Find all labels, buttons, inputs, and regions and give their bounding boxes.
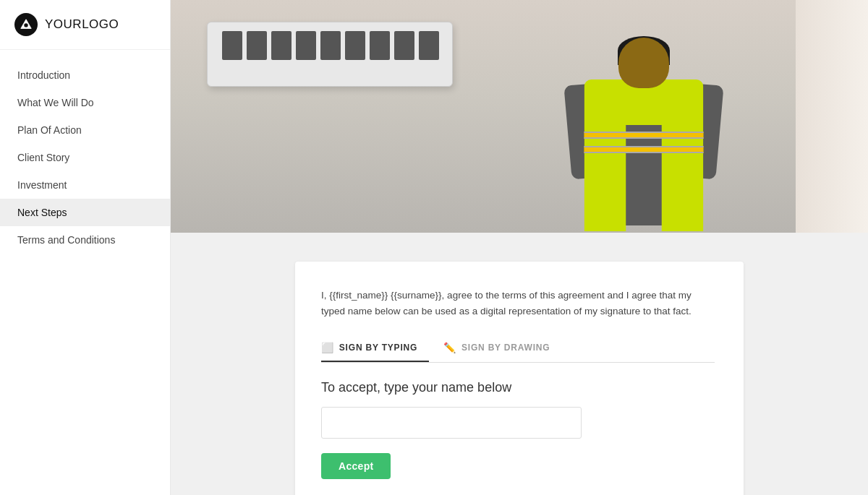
signature-card: I, {{first_name}} {{surname}}, agree to … xyxy=(295,262,744,495)
drawing-icon: ✏️ xyxy=(443,342,456,353)
sidebar: YOURLOGO Introduction What We Will Do Pl… xyxy=(0,0,171,495)
logo-text: YOURLOGO xyxy=(45,17,119,32)
hero-image xyxy=(171,0,868,233)
signature-tabs: ⬜ SIGN BY TYPING ✏️ SIGN BY DRAWING xyxy=(321,336,715,363)
logo-bold: YOUR xyxy=(45,17,82,31)
accept-prompt: To accept, type your name below xyxy=(321,380,715,395)
svg-point-1 xyxy=(24,23,27,27)
typing-icon: ⬜ xyxy=(321,342,334,353)
logo-light: LOGO xyxy=(82,17,119,31)
sidebar-nav: Introduction What We Will Do Plan Of Act… xyxy=(0,50,170,265)
sidebar-item-investment[interactable]: Investment xyxy=(0,171,170,199)
logo-icon xyxy=(14,13,38,36)
content-area: I, {{first_name}} {{surname}}, agree to … xyxy=(171,233,868,495)
tab-sign-by-drawing[interactable]: ✏️ SIGN BY DRAWING xyxy=(443,336,561,362)
sidebar-item-what-we-will-do[interactable]: What We Will Do xyxy=(0,89,170,116)
sidebar-item-plan-of-action[interactable]: Plan Of Action xyxy=(0,116,170,144)
worker-figure xyxy=(492,0,796,233)
name-input[interactable] xyxy=(321,407,582,439)
sidebar-item-terms-and-conditions[interactable]: Terms and Conditions xyxy=(0,226,170,254)
sidebar-item-client-story[interactable]: Client Story xyxy=(0,144,170,171)
tab-drawing-label: SIGN BY DRAWING xyxy=(461,343,550,353)
tab-typing-label: SIGN BY TYPING xyxy=(339,343,417,353)
sidebar-item-introduction[interactable]: Introduction xyxy=(0,61,170,89)
agreement-text: I, {{first_name}} {{surname}}, agree to … xyxy=(321,288,715,319)
logo-area: YOURLOGO xyxy=(0,0,170,50)
main-content: I, {{first_name}} {{surname}}, agree to … xyxy=(171,0,868,495)
accept-button[interactable]: Accept xyxy=(321,453,391,479)
sidebar-item-next-steps[interactable]: Next Steps xyxy=(0,199,170,226)
ac-unit xyxy=(207,22,453,87)
tab-sign-by-typing[interactable]: ⬜ SIGN BY TYPING xyxy=(321,336,429,362)
